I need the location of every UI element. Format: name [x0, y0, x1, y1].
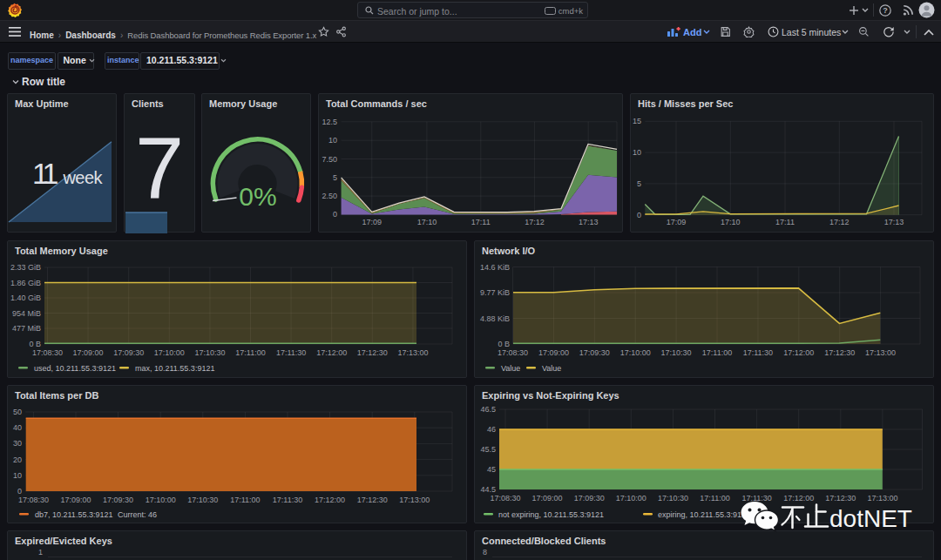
svg-text:17:10:00: 17:10:00	[154, 348, 185, 357]
svg-text:17:12:30: 17:12:30	[357, 348, 388, 357]
svg-text:17:10:30: 17:10:30	[187, 496, 218, 504]
svg-text:14.6 KiB: 14.6 KiB	[480, 263, 510, 272]
svg-text:17:09:00: 17:09:00	[60, 496, 91, 504]
svg-text:17:09:00: 17:09:00	[532, 494, 563, 503]
svg-text:0 B: 0 B	[498, 340, 510, 348]
svg-text:0: 0	[17, 487, 22, 496]
svg-text:17:11: 17:11	[775, 218, 795, 226]
svg-text:17:12:00: 17:12:00	[316, 348, 347, 357]
svg-text:9.77 KiB: 9.77 KiB	[480, 288, 510, 297]
svg-text:17:12:30: 17:12:30	[357, 496, 388, 504]
svg-text:46: 46	[487, 425, 496, 434]
svg-text:17:09:00: 17:09:00	[538, 348, 569, 357]
svg-text:Value: Value	[542, 364, 561, 373]
svg-text:0%: 0%	[239, 182, 276, 211]
svg-text:954 MiB: 954 MiB	[12, 309, 41, 318]
svg-text:17:11:00: 17:11:00	[230, 496, 260, 504]
svg-text:17:13:00: 17:13:00	[865, 348, 896, 357]
svg-text:17:08:30: 17:08:30	[32, 348, 63, 357]
svg-text:17:13: 17:13	[579, 218, 599, 226]
svg-text:5: 5	[333, 173, 337, 182]
svg-text:17:10:30: 17:10:30	[194, 348, 225, 357]
svg-text:17:09:30: 17:09:30	[113, 348, 144, 357]
svg-text:15: 15	[633, 117, 641, 125]
svg-text:10: 10	[328, 136, 337, 145]
svg-text:17:12:00: 17:12:00	[315, 496, 345, 504]
svg-text:8: 8	[483, 548, 487, 557]
svg-text:17:09: 17:09	[667, 218, 687, 226]
svg-text:17:10:30: 17:10:30	[661, 348, 692, 357]
svg-text:5: 5	[637, 179, 641, 188]
svg-text:dotNET: dotNET	[829, 505, 912, 532]
svg-text:45: 45	[487, 465, 496, 474]
svg-text:17:10:00: 17:10:00	[620, 348, 651, 357]
svg-text:20: 20	[13, 455, 22, 464]
svg-text:not expiring, 10.211.55.3:9121: not expiring, 10.211.55.3:9121	[498, 510, 604, 519]
svg-text:17:10:00: 17:10:00	[616, 494, 647, 503]
svg-text:17:11:30: 17:11:30	[273, 496, 302, 504]
svg-text:db7, 10.211.55.3:9121: db7, 10.211.55.3:9121	[35, 510, 112, 519]
svg-text:2.33 GiB: 2.33 GiB	[10, 263, 41, 272]
svg-text:1: 1	[38, 548, 43, 557]
svg-text:1.40 GiB: 1.40 GiB	[10, 293, 41, 302]
svg-text:0 B: 0 B	[29, 340, 41, 348]
svg-text:17:09:30: 17:09:30	[574, 494, 605, 503]
svg-text:46.5: 46.5	[480, 405, 496, 414]
svg-text:17:09:30: 17:09:30	[103, 496, 133, 504]
svg-text:17:12: 17:12	[525, 218, 545, 226]
svg-text:17:10:00: 17:10:00	[146, 496, 176, 504]
svg-text:10: 10	[633, 148, 641, 157]
svg-text:17:12: 17:12	[829, 218, 850, 226]
svg-text:17:13:00: 17:13:00	[399, 496, 430, 504]
svg-text:17:08:30: 17:08:30	[18, 496, 49, 504]
svg-text:40: 40	[13, 423, 22, 432]
svg-text:17:09:30: 17:09:30	[579, 348, 610, 357]
svg-text:12.5: 12.5	[322, 118, 337, 126]
svg-text:17:11:00: 17:11:00	[700, 494, 729, 503]
svg-text:17:09: 17:09	[362, 218, 382, 226]
svg-text:44.5: 44.5	[480, 485, 496, 494]
svg-text:2.50: 2.50	[322, 192, 337, 200]
svg-text:17:13: 17:13	[884, 218, 904, 226]
svg-text:45.5: 45.5	[480, 445, 496, 454]
svg-text:Value: Value	[501, 364, 520, 373]
svg-text:17:11:00: 17:11:00	[235, 348, 265, 357]
svg-text:7.50: 7.50	[322, 155, 337, 164]
svg-text:used, 10.211.55.3:9121: used, 10.211.55.3:9121	[34, 364, 116, 373]
svg-text:17:12:30: 17:12:30	[824, 348, 855, 357]
svg-text:Current: 46: Current: 46	[118, 510, 157, 519]
svg-text:17:10:30: 17:10:30	[658, 494, 688, 503]
svg-text:17:11: 17:11	[471, 218, 491, 226]
svg-text:30: 30	[13, 439, 22, 448]
svg-text:477 MiB: 477 MiB	[12, 324, 41, 333]
svg-text:1.86 GiB: 1.86 GiB	[10, 279, 41, 287]
svg-text:?: ?	[883, 6, 888, 15]
svg-text:0: 0	[637, 211, 641, 219]
svg-text:17:13:00: 17:13:00	[397, 348, 428, 357]
svg-text:17:11:30: 17:11:30	[276, 348, 306, 357]
svg-text:4.88 KiB: 4.88 KiB	[480, 314, 510, 323]
svg-text:17:12:00: 17:12:00	[783, 348, 814, 357]
svg-text:17:11:30: 17:11:30	[743, 348, 773, 357]
svg-text:17:11:00: 17:11:00	[702, 348, 732, 357]
svg-text:17:08:30: 17:08:30	[490, 494, 520, 503]
svg-text:17:10: 17:10	[417, 218, 437, 226]
svg-text:17:08:30: 17:08:30	[498, 348, 528, 357]
svg-text:17:09:00: 17:09:00	[73, 348, 104, 357]
svg-text:17:10: 17:10	[721, 218, 741, 226]
svg-text:0: 0	[333, 210, 337, 219]
svg-text:10: 10	[13, 471, 22, 480]
svg-text:50: 50	[13, 408, 22, 416]
svg-text:max, 10.211.55.3:9121: max, 10.211.55.3:9121	[135, 364, 214, 373]
